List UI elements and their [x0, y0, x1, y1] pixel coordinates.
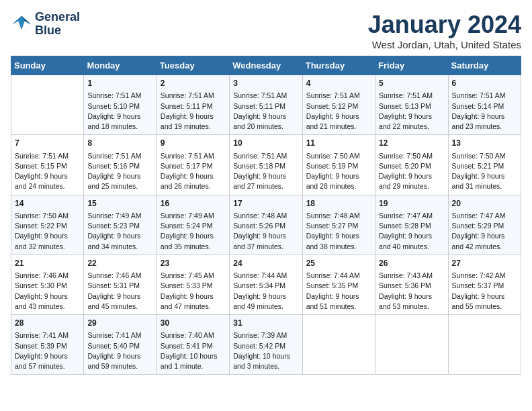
sunrise: Sunrise: 7:48 AM — [306, 212, 360, 220]
daylight: Daylight: 9 hours and 18 minutes. — [87, 112, 140, 130]
calendar-cell — [302, 315, 375, 375]
week-row-1: 1Sunrise: 7:51 AMSunset: 5:10 PMDaylight… — [11, 75, 521, 135]
day-number: 12 — [379, 138, 444, 149]
calendar-cell: 20Sunrise: 7:47 AMSunset: 5:29 PMDayligh… — [448, 195, 521, 255]
calendar-cell: 22Sunrise: 7:46 AMSunset: 5:31 PMDayligh… — [84, 255, 157, 314]
sunrise: Sunrise: 7:51 AM — [233, 91, 287, 99]
daylight: Daylight: 9 hours and 29 minutes. — [379, 172, 432, 190]
sunrise: Sunrise: 7:50 AM — [306, 152, 360, 160]
sunset: Sunset: 5:11 PM — [161, 102, 213, 110]
calendar-cell: 11Sunrise: 7:50 AMSunset: 5:19 PMDayligh… — [302, 135, 375, 195]
calendar-cell: 29Sunrise: 7:41 AMSunset: 5:40 PMDayligh… — [84, 315, 157, 375]
calendar-cell: 4Sunrise: 7:51 AMSunset: 5:12 PMDaylight… — [302, 75, 375, 135]
header-day-tuesday: Tuesday — [157, 56, 229, 75]
calendar-cell: 5Sunrise: 7:51 AMSunset: 5:13 PMDaylight… — [375, 75, 448, 135]
daylight: Daylight: 9 hours and 23 minutes. — [452, 112, 505, 130]
sunset: Sunset: 5:40 PM — [87, 342, 140, 350]
day-number: 13 — [452, 138, 517, 149]
sunrise: Sunrise: 7:49 AM — [87, 212, 141, 220]
day-number: 8 — [87, 138, 152, 149]
sunset: Sunset: 5:19 PM — [306, 162, 359, 170]
sunset: Sunset: 5:15 PM — [15, 162, 67, 170]
day-number: 18 — [306, 198, 371, 210]
calendar-cell — [11, 75, 84, 135]
sunset: Sunset: 5:29 PM — [452, 222, 504, 230]
sunset: Sunset: 5:13 PM — [379, 102, 431, 110]
day-number: 20 — [452, 198, 517, 210]
sunrise: Sunrise: 7:51 AM — [87, 152, 141, 160]
calendar-cell: 18Sunrise: 7:48 AMSunset: 5:27 PMDayligh… — [302, 195, 375, 255]
daylight: Daylight: 9 hours and 42 minutes. — [452, 232, 505, 250]
day-number: 3 — [233, 78, 298, 89]
sunrise: Sunrise: 7:49 AM — [161, 212, 214, 220]
daylight: Daylight: 9 hours and 47 minutes. — [161, 292, 214, 310]
header-day-thursday: Thursday — [302, 56, 375, 75]
calendar-cell: 3Sunrise: 7:51 AMSunset: 5:11 PMDaylight… — [230, 75, 302, 135]
sunrise: Sunrise: 7:50 AM — [452, 152, 506, 160]
day-number: 24 — [233, 258, 298, 269]
sunset: Sunset: 5:22 PM — [15, 222, 67, 230]
sunset: Sunset: 5:20 PM — [379, 162, 431, 170]
calendar-cell: 10Sunrise: 7:51 AMSunset: 5:18 PMDayligh… — [230, 135, 302, 195]
sunset: Sunset: 5:23 PM — [87, 222, 140, 230]
day-number: 23 — [161, 258, 226, 269]
daylight: Daylight: 9 hours and 59 minutes. — [87, 352, 140, 370]
day-number: 16 — [161, 198, 226, 210]
calendar-cell: 2Sunrise: 7:51 AMSunset: 5:11 PMDaylight… — [157, 75, 229, 135]
logo-line1: General — [35, 11, 80, 24]
sunset: Sunset: 5:28 PM — [379, 222, 431, 230]
sunset: Sunset: 5:42 PM — [233, 342, 285, 350]
sunset: Sunset: 5:11 PM — [233, 102, 285, 110]
day-number: 10 — [233, 138, 298, 149]
sunrise: Sunrise: 7:46 AM — [87, 271, 141, 279]
daylight: Daylight: 9 hours and 24 minutes. — [15, 172, 68, 190]
sunset: Sunset: 5:21 PM — [452, 162, 504, 170]
sunrise: Sunrise: 7:42 AM — [452, 271, 506, 279]
day-number: 17 — [233, 198, 298, 210]
header-day-saturday: Saturday — [448, 56, 521, 75]
calendar-cell: 7Sunrise: 7:51 AMSunset: 5:15 PMDaylight… — [11, 135, 84, 195]
day-number: 25 — [306, 258, 371, 269]
logo-text: General Blue — [35, 11, 80, 38]
day-number: 4 — [306, 78, 371, 89]
day-number: 21 — [15, 258, 80, 269]
daylight: Daylight: 9 hours and 35 minutes. — [161, 232, 214, 250]
page-header: General Blue January 2024 West Jordan, U… — [11, 11, 521, 50]
sunset: Sunset: 5:24 PM — [161, 222, 213, 230]
logo-line2: Blue — [35, 24, 80, 38]
daylight: Daylight: 9 hours and 49 minutes. — [233, 292, 286, 310]
header-day-friday: Friday — [375, 56, 448, 75]
calendar-header-row: SundayMondayTuesdayWednesdayThursdayFrid… — [11, 56, 521, 75]
day-number: 9 — [161, 138, 226, 149]
calendar-cell: 28Sunrise: 7:41 AMSunset: 5:39 PMDayligh… — [11, 315, 84, 375]
day-number: 2 — [161, 78, 226, 89]
daylight: Daylight: 9 hours and 25 minutes. — [87, 172, 140, 190]
sunset: Sunset: 5:39 PM — [15, 342, 67, 350]
daylight: Daylight: 9 hours and 19 minutes. — [161, 112, 214, 130]
sunrise: Sunrise: 7:50 AM — [15, 212, 69, 220]
calendar-cell: 17Sunrise: 7:48 AMSunset: 5:26 PMDayligh… — [230, 195, 302, 255]
logo-icon — [11, 15, 32, 34]
header-day-monday: Monday — [84, 56, 157, 75]
sunset: Sunset: 5:30 PM — [15, 281, 67, 289]
sunrise: Sunrise: 7:40 AM — [161, 331, 214, 339]
sunrise: Sunrise: 7:51 AM — [161, 152, 214, 160]
daylight: Daylight: 9 hours and 26 minutes. — [161, 172, 214, 190]
sunset: Sunset: 5:33 PM — [161, 281, 213, 289]
calendar-cell: 23Sunrise: 7:45 AMSunset: 5:33 PMDayligh… — [157, 255, 229, 314]
sunset: Sunset: 5:37 PM — [452, 281, 504, 289]
sunrise: Sunrise: 7:46 AM — [15, 271, 69, 279]
calendar-cell: 12Sunrise: 7:50 AMSunset: 5:20 PMDayligh… — [375, 135, 448, 195]
day-number: 7 — [15, 138, 80, 149]
calendar-cell — [448, 315, 521, 375]
calendar-cell: 8Sunrise: 7:51 AMSunset: 5:16 PMDaylight… — [84, 135, 157, 195]
sunrise: Sunrise: 7:44 AM — [306, 271, 360, 279]
day-number: 1 — [87, 78, 152, 89]
sunrise: Sunrise: 7:44 AM — [233, 271, 287, 279]
sunrise: Sunrise: 7:51 AM — [452, 91, 506, 99]
daylight: Daylight: 9 hours and 55 minutes. — [452, 292, 505, 310]
sunrise: Sunrise: 7:51 AM — [87, 91, 141, 99]
calendar-cell: 6Sunrise: 7:51 AMSunset: 5:14 PMDaylight… — [448, 75, 521, 135]
daylight: Daylight: 9 hours and 45 minutes. — [87, 292, 140, 310]
calendar-cell: 31Sunrise: 7:39 AMSunset: 5:42 PMDayligh… — [230, 315, 302, 375]
